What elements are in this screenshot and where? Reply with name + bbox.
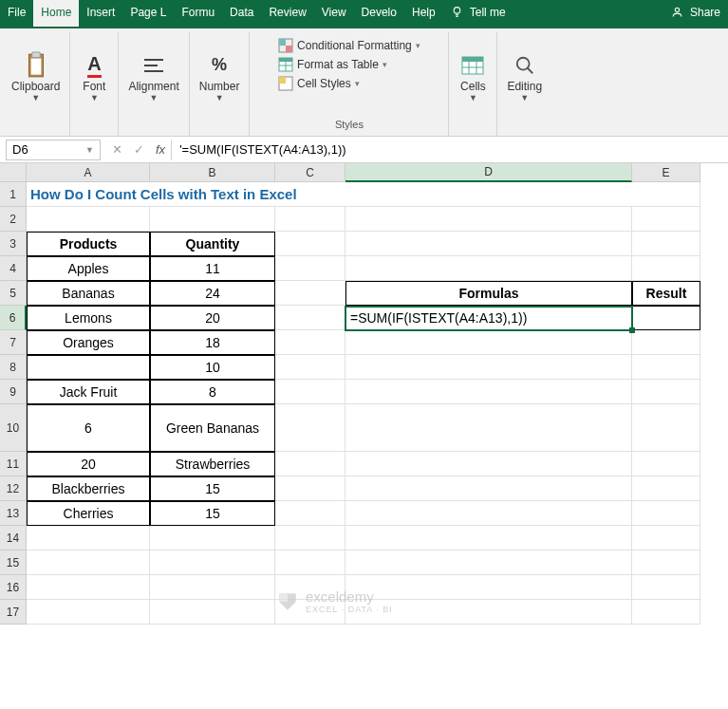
cell[interactable] bbox=[345, 355, 632, 380]
cell[interactable] bbox=[345, 501, 632, 526]
cell[interactable]: Products bbox=[27, 232, 150, 256]
cell[interactable]: Oranges bbox=[27, 330, 150, 355]
cell[interactable] bbox=[632, 600, 700, 625]
cell[interactable] bbox=[275, 550, 345, 575]
cell[interactable] bbox=[632, 256, 700, 281]
cell[interactable] bbox=[275, 281, 345, 306]
cell[interactable] bbox=[150, 526, 275, 550]
col-header-A[interactable]: A bbox=[27, 163, 150, 182]
cell[interactable] bbox=[632, 355, 700, 380]
cell[interactable] bbox=[275, 256, 345, 281]
cell[interactable] bbox=[275, 232, 345, 256]
cell[interactable] bbox=[150, 575, 275, 600]
cell[interactable] bbox=[345, 330, 632, 355]
alignment-button[interactable]: Alignment ▼ bbox=[128, 51, 178, 103]
font-button[interactable]: A Font ▼ bbox=[80, 51, 108, 103]
cell[interactable] bbox=[27, 575, 150, 600]
cell[interactable] bbox=[275, 452, 345, 476]
cell[interactable]: 10 bbox=[150, 355, 275, 380]
cell[interactable] bbox=[275, 501, 345, 526]
col-header-D[interactable]: D bbox=[345, 163, 632, 182]
cell[interactable]: Cherries bbox=[27, 501, 150, 526]
editing-button[interactable]: Editing ▼ bbox=[507, 51, 542, 103]
row-header[interactable]: 17 bbox=[0, 600, 27, 625]
cell[interactable]: Jack Fruit bbox=[27, 380, 150, 404]
cell[interactable]: Formulas bbox=[345, 281, 632, 306]
fx-icon[interactable]: fx bbox=[156, 142, 165, 157]
cell[interactable] bbox=[275, 207, 345, 232]
cell[interactable]: Bananas bbox=[27, 281, 150, 306]
cell[interactable] bbox=[632, 550, 700, 575]
tab-view[interactable]: View bbox=[314, 0, 354, 28]
cell[interactable] bbox=[275, 355, 345, 380]
formula-input[interactable]: '=SUM(IF(ISTEXT(A4:A13),1)) bbox=[171, 140, 728, 160]
cell[interactable] bbox=[345, 476, 632, 501]
cell[interactable] bbox=[150, 550, 275, 575]
cell[interactable]: Lemons bbox=[27, 306, 150, 330]
cancel-icon[interactable]: ✕ bbox=[112, 142, 122, 157]
tab-formulas[interactable]: Formu bbox=[174, 0, 222, 28]
col-header-C[interactable]: C bbox=[275, 163, 345, 182]
cell[interactable] bbox=[632, 501, 700, 526]
tab-home[interactable]: Home bbox=[33, 0, 79, 28]
cell[interactable]: 15 bbox=[150, 501, 275, 526]
cell[interactable] bbox=[632, 575, 700, 600]
cell[interactable]: 18 bbox=[150, 330, 275, 355]
worksheet-grid[interactable]: A B C D E 1 How Do I Count Cells with Te… bbox=[0, 163, 728, 625]
paste-button[interactable]: Clipboard ▼ bbox=[11, 51, 60, 103]
row-header[interactable]: 15 bbox=[0, 550, 27, 575]
cell[interactable] bbox=[275, 476, 345, 501]
tab-tellme[interactable]: Tell me bbox=[443, 0, 513, 28]
fill-handle[interactable] bbox=[629, 327, 635, 333]
cell[interactable] bbox=[345, 404, 632, 452]
cell[interactable]: Blackberries bbox=[27, 476, 150, 501]
col-header-E[interactable]: E bbox=[632, 163, 700, 182]
cell[interactable] bbox=[632, 476, 700, 501]
cell[interactable] bbox=[632, 452, 700, 476]
tab-data[interactable]: Data bbox=[222, 0, 261, 28]
cell[interactable] bbox=[150, 207, 275, 232]
row-header[interactable]: 12 bbox=[0, 476, 27, 501]
row-header[interactable]: 13 bbox=[0, 501, 27, 526]
cell[interactable] bbox=[275, 526, 345, 550]
cell[interactable]: 6 bbox=[27, 404, 150, 452]
cell[interactable]: 11 bbox=[150, 256, 275, 281]
chevron-down-icon[interactable]: ▼ bbox=[85, 145, 94, 155]
tab-help[interactable]: Help bbox=[404, 0, 443, 28]
row-header[interactable]: 14 bbox=[0, 526, 27, 550]
cell[interactable]: Green Bananas bbox=[150, 404, 275, 452]
format-as-table-button[interactable]: Format as Table▾ bbox=[278, 55, 387, 74]
col-header-B[interactable]: B bbox=[150, 163, 275, 182]
cell[interactable] bbox=[345, 526, 632, 550]
row-header[interactable]: 7 bbox=[0, 330, 27, 355]
cell[interactable] bbox=[632, 330, 700, 355]
cell[interactable] bbox=[275, 404, 345, 452]
cell[interactable]: 8 bbox=[150, 380, 275, 404]
cell[interactable] bbox=[275, 330, 345, 355]
row-header[interactable]: 1 bbox=[0, 182, 27, 207]
row-header[interactable]: 3 bbox=[0, 232, 27, 256]
name-box[interactable]: D6 ▼ bbox=[6, 140, 101, 160]
cell[interactable] bbox=[345, 207, 632, 232]
cell[interactable] bbox=[345, 550, 632, 575]
row-header[interactable]: 8 bbox=[0, 355, 27, 380]
cell[interactable]: Quantity bbox=[150, 232, 275, 256]
cell[interactable]: Strawberries bbox=[150, 452, 275, 476]
cell[interactable] bbox=[27, 207, 150, 232]
tab-developer[interactable]: Develo bbox=[354, 0, 404, 28]
row-header[interactable]: 11 bbox=[0, 452, 27, 476]
cell[interactable] bbox=[632, 404, 700, 452]
cell[interactable] bbox=[27, 355, 150, 380]
conditional-formatting-button[interactable]: Conditional Formatting▾ bbox=[278, 36, 420, 55]
tab-insert[interactable]: Insert bbox=[79, 0, 122, 28]
enter-icon[interactable]: ✓ bbox=[134, 142, 144, 157]
number-button[interactable]: % Number ▼ bbox=[199, 51, 240, 103]
cell-active[interactable]: =SUM(IF(ISTEXT(A4:A13),1)) bbox=[345, 306, 632, 330]
cell[interactable] bbox=[345, 452, 632, 476]
cell[interactable]: 20 bbox=[27, 452, 150, 476]
cell[interactable]: Apples bbox=[27, 256, 150, 281]
row-header[interactable]: 2 bbox=[0, 207, 27, 232]
cell[interactable]: 24 bbox=[150, 281, 275, 306]
cell[interactable] bbox=[632, 207, 700, 232]
cell[interactable] bbox=[27, 526, 150, 550]
